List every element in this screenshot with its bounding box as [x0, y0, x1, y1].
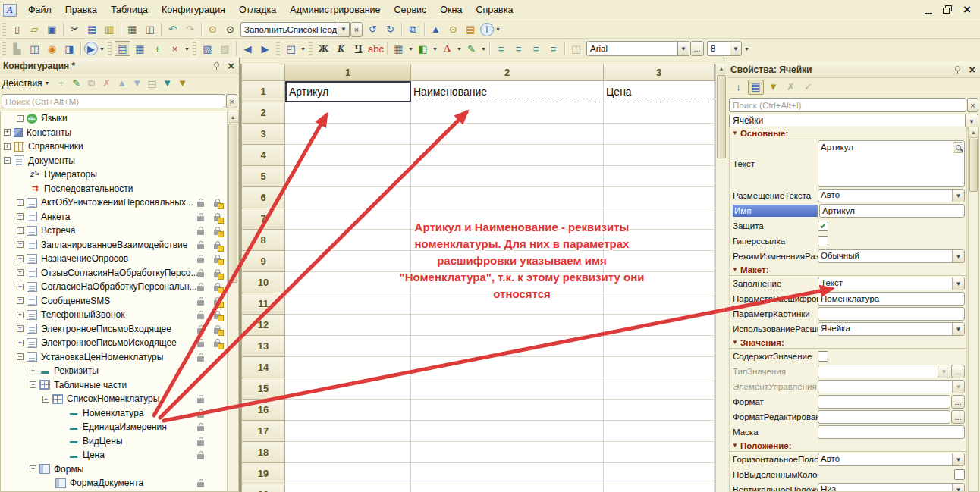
row-header-1[interactable]: 1: [241, 81, 285, 102]
tree-item[interactable]: −Табличные части: [1, 378, 227, 393]
navigate-back-icon[interactable]: ↺: [365, 22, 381, 37]
row-header-4[interactable]: 4: [241, 145, 285, 166]
cell-r4c3[interactable]: [604, 145, 715, 166]
sheet-scrollbar[interactable]: ▲: [715, 64, 727, 492]
cell-r7c1[interactable]: [285, 208, 411, 230]
pin-icon[interactable]: [953, 66, 961, 74]
sort-icon[interactable]: ▤: [146, 76, 159, 91]
tree-item[interactable]: +ЭлектронноеПисьмоИсходящее: [1, 336, 227, 350]
cell-r6c2[interactable]: [411, 187, 604, 208]
dropdown-caret-icon[interactable]: ▾: [432, 45, 438, 52]
dropdown-caret-icon[interactable]: ▾: [99, 45, 105, 52]
new-document-icon[interactable]: ▯: [9, 22, 25, 37]
cell-r5c1[interactable]: [285, 166, 411, 187]
fill-color-icon[interactable]: ◧: [415, 41, 431, 56]
menu-item-7[interactable]: Окна: [433, 2, 469, 18]
chevron-down-icon[interactable]: ▼: [730, 41, 742, 56]
property-select[interactable]: Авто▼: [818, 453, 965, 466]
pin-icon[interactable]: [212, 62, 220, 70]
row-header-20[interactable]: 20: [241, 484, 285, 492]
tree-item[interactable]: ▬ЕдиницаИзмерения: [1, 420, 227, 434]
tree-item[interactable]: +Справочники: [1, 139, 227, 154]
properties-scrollbar[interactable]: ▲: [968, 127, 979, 492]
cell-r9c3[interactable]: [604, 251, 715, 272]
underline-icon[interactable]: Ч: [350, 41, 366, 56]
property-input[interactable]: [818, 410, 950, 424]
column-header-3[interactable]: 3: [604, 64, 715, 81]
tree-item[interactable]: ФормаДокумента: [1, 476, 227, 490]
row-header-10[interactable]: 10: [241, 272, 285, 293]
property-select[interactable]: Низ▼: [818, 483, 965, 492]
actions-caret-icon[interactable]: ▾: [44, 80, 51, 86]
text-case-icon[interactable]: abc: [368, 41, 384, 56]
property-input[interactable]: [818, 292, 965, 306]
cell-r19c3[interactable]: [604, 463, 715, 484]
cell-r20c1[interactable]: [285, 484, 411, 492]
tree-item[interactable]: ▬Цена: [1, 448, 227, 462]
expand-icon[interactable]: +: [17, 241, 24, 248]
section-collapse-icon[interactable]: ▼: [732, 339, 738, 346]
cell-r15c2[interactable]: [411, 378, 604, 400]
open-icon[interactable]: ▱: [27, 22, 42, 37]
cell-name-icon[interactable]: ◰: [283, 41, 299, 56]
collapse-icon[interactable]: −: [30, 381, 36, 388]
clone-icon[interactable]: ⧉: [85, 76, 99, 91]
filter-props-icon[interactable]: ▼: [765, 80, 781, 95]
cell-r14c3[interactable]: [604, 357, 715, 378]
menu-item-6[interactable]: Сервис: [388, 2, 434, 18]
scroll-up-icon[interactable]: ▲: [716, 64, 727, 74]
row-header-7[interactable]: 7: [241, 208, 285, 230]
section-collapse-icon[interactable]: ▼: [732, 442, 738, 449]
apply-edit-icon[interactable]: ✓: [800, 80, 816, 95]
expand-icon[interactable]: +: [17, 115, 24, 122]
cell-r1c1[interactable]: Артикул: [285, 81, 411, 102]
row-header-6[interactable]: 6: [241, 187, 285, 208]
cell-r3c2[interactable]: [411, 124, 604, 145]
chevron-down-icon[interactable]: ▼: [952, 250, 964, 262]
row-header-16[interactable]: 16: [241, 400, 285, 421]
move-up-icon[interactable]: ▲: [115, 76, 129, 91]
dropdown-caret-icon[interactable]: ▾: [456, 45, 463, 52]
cell-r9c2[interactable]: [411, 251, 604, 272]
grid-headers-icon[interactable]: ▦: [132, 41, 148, 56]
toolbar-handle[interactable]: [193, 42, 196, 55]
delete-icon[interactable]: ✗: [100, 76, 114, 91]
cell-r10c1[interactable]: [285, 272, 411, 293]
expand-icon[interactable]: +: [17, 255, 24, 262]
actions-menu-button[interactable]: Действия: [2, 78, 42, 89]
cell-r10c2[interactable]: [411, 272, 604, 293]
chevron-down-icon[interactable]: ▼: [952, 190, 964, 202]
property-select[interactable]: Авто▼: [818, 189, 965, 202]
cell-r20c2[interactable]: [411, 484, 604, 492]
cell-r13c3[interactable]: [604, 336, 715, 357]
expand-icon[interactable]: +: [17, 284, 24, 290]
tree-item[interactable]: ▬Номенклатура: [1, 406, 227, 421]
chevron-down-icon[interactable]: ▼: [952, 453, 964, 465]
close-button[interactable]: ×: [963, 5, 971, 14]
font-name-combobox[interactable]: Arial▼...: [586, 41, 704, 56]
checkbox[interactable]: ✔: [818, 221, 828, 231]
cell-r8c1[interactable]: [285, 230, 411, 251]
collapse-icon[interactable]: −: [30, 465, 36, 472]
cell-r9c1[interactable]: [285, 251, 411, 272]
run-icon[interactable]: ▶: [84, 42, 98, 55]
row-header-12[interactable]: 12: [241, 315, 285, 336]
cell-r2c1[interactable]: [285, 102, 411, 124]
cell-r3c3[interactable]: [604, 124, 715, 145]
tree-item[interactable]: +ОтзывСогласияНаОбработкуПерсо...: [1, 266, 227, 280]
menu-item-2[interactable]: Таблица: [104, 2, 155, 18]
tree-item[interactable]: +Константы: [1, 126, 227, 140]
dropdown-caret-icon[interactable]: ▾: [743, 45, 750, 52]
tree-scrollbar[interactable]: ▲: [227, 111, 239, 492]
tree-item[interactable]: +АктОбУничтоженииПерсональных...: [1, 196, 227, 210]
toolbar-handle[interactable]: [276, 42, 280, 55]
section-collapse-icon[interactable]: ▼: [732, 266, 738, 273]
tree-item[interactable]: +abcЯзыки: [1, 111, 227, 126]
expand-icon[interactable]: +: [30, 368, 36, 374]
edit-icon[interactable]: ✎: [70, 76, 83, 91]
row-header-11[interactable]: 11: [241, 293, 285, 315]
expand-icon[interactable]: +: [4, 129, 11, 136]
borders-icon[interactable]: ▦: [391, 41, 407, 56]
cell-r5c3[interactable]: [604, 166, 715, 187]
cell-r13c1[interactable]: [285, 336, 411, 357]
